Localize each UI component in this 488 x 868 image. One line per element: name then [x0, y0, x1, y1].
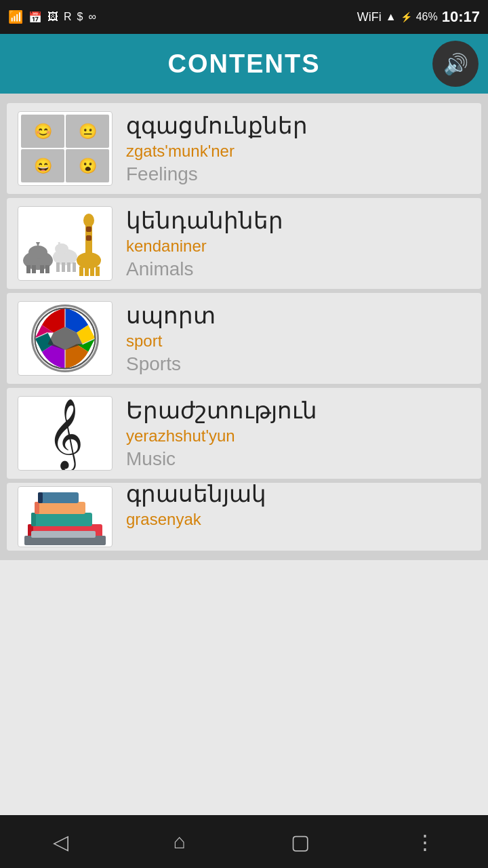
- svg-point-16: [83, 214, 94, 227]
- svg-rect-2: [26, 265, 30, 273]
- svg-rect-33: [38, 492, 79, 503]
- battery-level: 46%: [416, 11, 438, 23]
- signal-icon: 📶: [8, 9, 23, 24]
- app-icon-1: R: [64, 11, 72, 23]
- sports-image: [18, 301, 113, 376]
- svg-rect-4: [40, 265, 44, 273]
- calendar-icon: 📅: [28, 11, 42, 24]
- svg-rect-35: [31, 513, 36, 526]
- english-text: Sports: [126, 353, 216, 375]
- svg-rect-31: [31, 513, 92, 526]
- svg-rect-20: [85, 267, 89, 276]
- transliteration-text: sport: [126, 332, 216, 351]
- signal-strength-icon: ▲: [386, 11, 396, 23]
- armenian-text: սպորտ: [126, 302, 216, 330]
- svg-point-15: [77, 252, 101, 269]
- bottom-nav-spacer: [0, 560, 488, 613]
- armenian-text: կենդանիներ: [126, 207, 283, 235]
- menu-button[interactable]: ⋮: [401, 823, 449, 861]
- animals-image: [18, 206, 113, 281]
- list-item[interactable]: գրասենյակ grasenyak Office: [7, 483, 481, 551]
- face-1: 😊: [21, 115, 64, 148]
- armenian-text: գրասենյակ: [126, 483, 266, 507]
- header: CONTENTS 🔊: [0, 34, 488, 94]
- face-2: 😐: [66, 115, 109, 148]
- svg-rect-32: [35, 502, 85, 514]
- svg-rect-37: [38, 492, 43, 503]
- wifi-icon: WiFi: [357, 10, 382, 24]
- english-text: Feelings: [126, 163, 308, 185]
- list-item[interactable]: սպորտ sport Sports: [7, 293, 481, 384]
- soccer-ball-svg: [33, 301, 97, 376]
- transliteration-text: zgats'munk'ner: [126, 142, 308, 161]
- english-text: Music: [126, 448, 317, 470]
- animals-svg: [21, 210, 109, 277]
- svg-rect-39: [31, 531, 96, 538]
- svg-rect-13: [73, 262, 76, 272]
- svg-rect-18: [86, 235, 92, 241]
- battery-icon: ⚡: [401, 12, 412, 22]
- speaker-icon: 🔊: [443, 52, 468, 76]
- list-item[interactable]: կենդանիներ kendaniner Animals: [7, 198, 481, 289]
- content-list: 😊 😐 😄 😮 զգացմունքներ zgats'munk'ner Feel…: [0, 94, 488, 560]
- animals-text: կենդանիներ kendaniner Animals: [126, 207, 283, 281]
- armenian-text: Երաժշտություն: [126, 397, 317, 425]
- svg-rect-21: [90, 267, 94, 276]
- svg-point-1: [28, 245, 47, 259]
- back-button[interactable]: ◁: [39, 823, 82, 861]
- armenian-text: զգացմունքներ: [126, 112, 308, 140]
- svg-rect-11: [62, 262, 65, 272]
- svg-line-9: [59, 242, 60, 249]
- status-bar-right: WiFi ▲ ⚡ 46% 10:17: [357, 8, 480, 26]
- status-time: 10:17: [442, 8, 480, 26]
- office-svg: [21, 487, 109, 547]
- svg-rect-12: [67, 262, 70, 272]
- face-3: 😄: [21, 149, 64, 182]
- svg-point-8: [55, 243, 68, 254]
- face-grid: 😊 😐 😄 😮: [21, 115, 109, 182]
- svg-rect-17: [86, 226, 92, 232]
- svg-rect-22: [96, 267, 100, 276]
- list-item[interactable]: 𝄞 Երաժշտություն yerazhshut'yun Music: [7, 388, 481, 479]
- office-image: [18, 486, 113, 547]
- music-text: Երաժշտություն yerazhshut'yun Music: [126, 397, 317, 471]
- svg-rect-5: [45, 265, 49, 273]
- status-bar-left: 📶 📅 🖼 R $ ∞: [8, 9, 96, 24]
- sports-text: սպորտ sport Sports: [126, 302, 216, 376]
- svg-rect-3: [32, 265, 36, 273]
- transliteration-text: grasenyak: [126, 510, 266, 529]
- image-icon: 🖼: [47, 11, 58, 23]
- page-title: CONTENTS: [168, 50, 321, 79]
- svg-rect-36: [35, 502, 39, 514]
- transliteration-text: yerazhshut'yun: [126, 427, 317, 446]
- list-item[interactable]: 😊 😐 😄 😮 զգացմունքներ zgats'munk'ner Feel…: [7, 103, 481, 194]
- sports-ball: [31, 304, 99, 372]
- feelings-text: զգացմունքներ zgats'munk'ner Feelings: [126, 112, 308, 186]
- sound-button[interactable]: 🔊: [432, 41, 479, 87]
- app-icon-2: $: [77, 11, 83, 23]
- feelings-image: 😊 😐 😄 😮: [18, 111, 113, 186]
- office-text: գրասենյակ grasenyak Office: [126, 483, 266, 551]
- animals-svg-container: [21, 210, 109, 277]
- english-text: Animals: [126, 258, 283, 280]
- treble-clef-icon: 𝄞: [47, 403, 83, 464]
- bottom-navigation: ◁ ⌂ ▢ ⋮: [0, 815, 488, 868]
- voicemail-icon: ∞: [88, 11, 96, 23]
- home-button[interactable]: ⌂: [160, 823, 199, 860]
- svg-rect-10: [56, 262, 60, 272]
- status-bar: 📶 📅 🖼 R $ ∞ WiFi ▲ ⚡ 46% 10:17: [0, 0, 488, 34]
- music-image: 𝄞: [18, 396, 113, 471]
- recents-button[interactable]: ▢: [277, 823, 323, 861]
- transliteration-text: kendaniner: [126, 237, 283, 256]
- svg-rect-19: [79, 267, 83, 276]
- face-4: 😮: [66, 149, 109, 182]
